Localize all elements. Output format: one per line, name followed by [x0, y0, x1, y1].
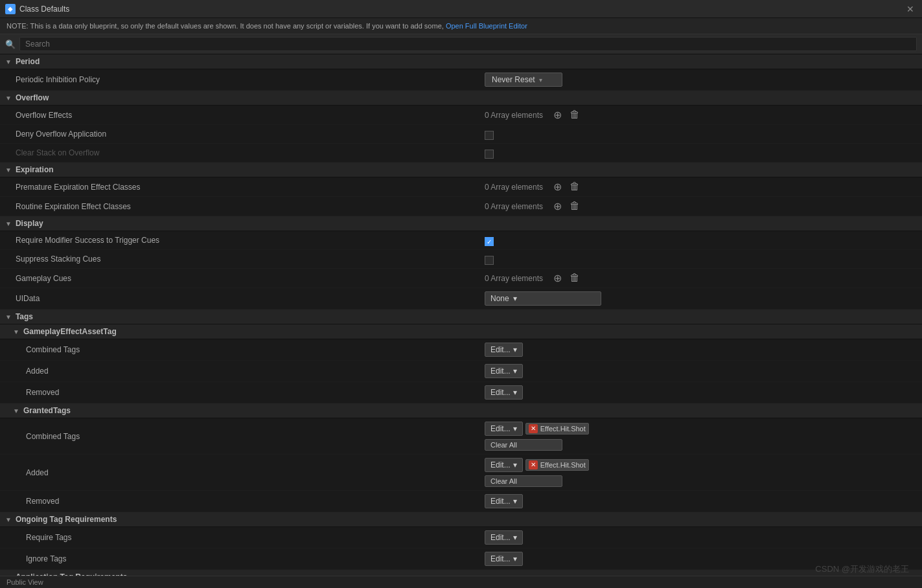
- routine-expiration-label: Routine Expiration Effect Classes: [0, 199, 479, 214]
- granted-tags-combined-row: Combined Tags Edit... ▾ ✕ Effect.Hit.Sho…: [0, 418, 922, 455]
- period-section-header[interactable]: ▼ Period: [0, 54, 922, 69]
- ongoing-tag-requirements-arrow: ▼: [5, 516, 12, 523]
- gameplay-cues-delete-btn[interactable]: 🗑: [567, 272, 582, 284]
- gameplay-cues-value: 0 Array elements ⊕ 🗑: [479, 271, 922, 286]
- premature-expiration-value: 0 Array elements ⊕ 🗑: [479, 179, 922, 194]
- ongoing-require-tags-value: Edit... ▾: [479, 529, 922, 546]
- search-icon: 🔍: [5, 40, 16, 49]
- overflow-effects-count: 0 Array elements: [485, 111, 543, 120]
- granted-tags-added-clear-all-btn[interactable]: Clear All: [485, 475, 562, 487]
- granted-tags-combined-tag-line: Edit... ▾ ✕ Effect.Hit.Shot: [485, 422, 589, 436]
- premature-expiration-count: 0 Array elements: [485, 183, 543, 192]
- asset-tag-combined-tags-value: Edit... ▾: [479, 341, 922, 358]
- ui-data-label: UIData: [0, 291, 479, 306]
- require-modifier-success-value: [479, 233, 922, 247]
- title-bar-text: Class Defaults: [19, 5, 904, 14]
- granted-tags-combined-chip-remove-btn[interactable]: ✕: [529, 424, 538, 433]
- periodic-inhibition-policy-dropdown[interactable]: Never Reset ▾: [485, 73, 562, 87]
- close-button[interactable]: ✕: [904, 4, 917, 14]
- ongoing-require-tags-edit-btn[interactable]: Edit... ▾: [485, 530, 523, 545]
- suppress-stacking-cues-label: Suppress Stacking Cues: [0, 252, 479, 266]
- overflow-section-header[interactable]: ▼ Overflow: [0, 91, 922, 106]
- granted-tags-added-label: Added: [0, 466, 479, 480]
- clear-stack-on-overflow-value: [479, 146, 922, 160]
- tags-section-header[interactable]: ▼ Tags: [0, 310, 922, 324]
- granted-tags-added-edit-btn[interactable]: Edit... ▾: [485, 458, 523, 472]
- routine-expiration-delete-btn[interactable]: 🗑: [567, 200, 582, 212]
- watermark: CSDN @开发游戏的老王: [815, 563, 909, 575]
- gameplay-effect-asset-tag-header[interactable]: ▼ GameplayEffectAssetTag: [0, 324, 922, 339]
- ongoing-require-tags-label: Require Tags: [0, 530, 479, 545]
- suppress-stacking-cues-value: [479, 252, 922, 266]
- display-section-header[interactable]: ▼ Display: [0, 216, 922, 231]
- note-bar: NOTE: This is a data only blueprint, so …: [0, 18, 922, 34]
- overflow-arrow: ▼: [5, 95, 12, 102]
- expiration-section-header[interactable]: ▼ Expiration: [0, 163, 922, 177]
- granted-tags-combined-clear-all-btn[interactable]: Clear All: [485, 439, 562, 451]
- granted-tags-added-row: Added Edit... ▾ ✕ Effect.Hit.Shot Clear …: [0, 455, 922, 491]
- periodic-inhibition-policy-row: Periodic Inhibition Policy Never Reset ▾: [0, 69, 922, 91]
- asset-tag-removed-label: Removed: [0, 385, 479, 400]
- gameplay-effect-asset-tag-label: GameplayEffectAssetTag: [23, 327, 117, 336]
- asset-tag-combined-tags-label: Combined Tags: [0, 343, 479, 357]
- tags-label: Tags: [16, 312, 33, 321]
- asset-tag-removed-value: Edit... ▾: [479, 384, 922, 401]
- suppress-stacking-cues-checkbox[interactable]: [485, 256, 494, 265]
- asset-tag-combined-tags-row: Combined Tags Edit... ▾: [0, 339, 922, 361]
- routine-expiration-count: 0 Array elements: [485, 202, 543, 211]
- granted-tags-added-chip-remove-btn[interactable]: ✕: [529, 460, 538, 469]
- clear-stack-on-overflow-row: Clear Stack on Overflow: [0, 144, 922, 163]
- granted-tags-combined-chip: ✕ Effect.Hit.Shot: [525, 423, 589, 435]
- note-text: NOTE: This is a data only blueprint, so …: [6, 22, 444, 30]
- overflow-effects-row: Overflow Effects 0 Array elements ⊕ 🗑: [0, 106, 922, 125]
- title-bar: ◆ Class Defaults ✕: [0, 0, 922, 18]
- premature-expiration-delete-btn[interactable]: 🗑: [567, 181, 582, 192]
- routine-expiration-value: 0 Array elements ⊕ 🗑: [479, 199, 922, 214]
- expiration-arrow: ▼: [5, 166, 12, 174]
- clear-stack-on-overflow-checkbox[interactable]: [485, 150, 494, 159]
- search-input[interactable]: [19, 37, 917, 51]
- premature-expiration-row: Premature Expiration Effect Classes 0 Ar…: [0, 177, 922, 197]
- ongoing-ignore-tags-row: Ignore Tags Edit... ▾: [0, 548, 922, 570]
- ui-data-row: UIData None ▾: [0, 288, 922, 310]
- granted-tags-combined-chip-text: Effect.Hit.Shot: [540, 425, 586, 433]
- deny-overflow-application-checkbox[interactable]: [485, 131, 494, 140]
- require-modifier-success-row: Require Modifier Success to Trigger Cues: [0, 231, 922, 250]
- overflow-effects-add-btn[interactable]: ⊕: [551, 109, 564, 121]
- granted-tags-combined-edit-btn[interactable]: Edit... ▾: [485, 422, 523, 436]
- granted-tags-added-chip: ✕ Effect.Hit.Shot: [525, 459, 589, 471]
- search-bar: 🔍: [0, 34, 922, 54]
- routine-expiration-add-btn[interactable]: ⊕: [551, 200, 564, 212]
- granted-tags-added-tag-line: Edit... ▾ ✕ Effect.Hit.Shot: [485, 458, 589, 472]
- bottom-bar-text: Public View: [6, 578, 43, 586]
- ongoing-tag-requirements-header[interactable]: ▼ Ongoing Tag Requirements: [0, 512, 922, 527]
- granted-tags-removed-edit-btn[interactable]: Edit... ▾: [485, 494, 523, 508]
- require-modifier-success-checkbox[interactable]: [485, 237, 494, 246]
- granted-tags-added-value: Edit... ▾ ✕ Effect.Hit.Shot Clear All: [479, 457, 922, 488]
- suppress-stacking-cues-row: Suppress Stacking Cues: [0, 250, 922, 269]
- display-arrow: ▼: [5, 220, 12, 227]
- blueprint-icon: ◆: [5, 4, 16, 14]
- deny-overflow-application-value: [479, 127, 922, 141]
- expiration-label: Expiration: [16, 165, 54, 174]
- asset-tag-removed-edit-btn[interactable]: Edit... ▾: [485, 385, 523, 400]
- open-blueprint-editor-link[interactable]: Open Full Blueprint Editor: [446, 22, 527, 30]
- granted-tags-header[interactable]: ▼ GrantedTags: [0, 403, 922, 418]
- gameplay-cues-row: Gameplay Cues 0 Array elements ⊕ 🗑: [0, 269, 922, 288]
- granted-tags-combined-label: Combined Tags: [0, 429, 479, 444]
- routine-expiration-row: Routine Expiration Effect Classes 0 Arra…: [0, 197, 922, 216]
- asset-tag-added-edit-btn[interactable]: Edit... ▾: [485, 364, 523, 378]
- overflow-effects-label: Overflow Effects: [0, 108, 479, 122]
- asset-tag-removed-row: Removed Edit... ▾: [0, 382, 922, 403]
- ongoing-ignore-tags-edit-btn[interactable]: Edit... ▾: [485, 552, 523, 566]
- ui-data-dropdown[interactable]: None ▾: [485, 291, 601, 306]
- ongoing-require-tags-row: Require Tags Edit... ▾: [0, 527, 922, 548]
- ongoing-ignore-tags-label: Ignore Tags: [0, 552, 479, 566]
- gameplay-cues-count: 0 Array elements: [485, 274, 543, 283]
- overflow-effects-delete-btn[interactable]: 🗑: [567, 109, 582, 120]
- gameplay-cues-add-btn[interactable]: ⊕: [551, 272, 564, 284]
- premature-expiration-add-btn[interactable]: ⊕: [551, 181, 564, 193]
- granted-tags-label: GrantedTags: [23, 406, 71, 415]
- period-arrow: ▼: [5, 58, 12, 65]
- asset-tag-combined-tags-edit-btn[interactable]: Edit... ▾: [485, 343, 523, 357]
